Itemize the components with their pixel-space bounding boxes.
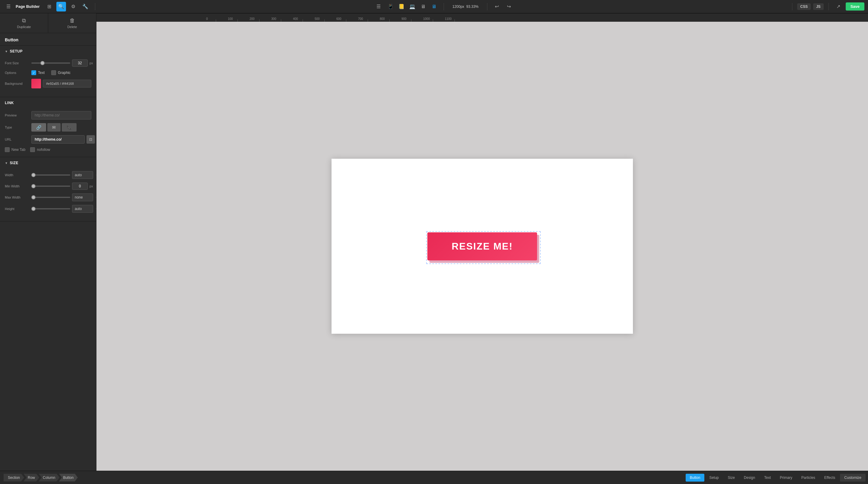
height-control: auto ⋯ <box>31 205 96 213</box>
font-size-slider[interactable] <box>31 62 70 64</box>
breadcrumb-area: SectionRowColumnButton <box>0 474 683 482</box>
nofollow-item[interactable]: nofollow <box>30 147 50 152</box>
min-width-input[interactable]: 0 <box>72 182 88 190</box>
settings-button[interactable]: ⚙ <box>68 2 78 11</box>
sidebar-toggle-button[interactable]: ☰ <box>4 2 13 11</box>
device-buttons: 📱 📒 💻 🖥 🖥 <box>386 2 439 11</box>
setup-header[interactable]: ▼ Setup <box>0 46 96 57</box>
redo-button[interactable]: ↪ <box>504 2 514 11</box>
ruler-mark: 400 <box>292 17 313 22</box>
resize-me-button[interactable]: RESIZE ME! <box>427 232 537 260</box>
graphic-option-label: Graphic <box>58 70 70 75</box>
breadcrumb-button[interactable]: Button <box>59 474 78 482</box>
tablet-button[interactable]: 📒 <box>397 2 406 11</box>
background-row: Background #e92a55 / #f44168 <box>5 79 91 88</box>
width-dropdown[interactable]: auto <box>72 171 93 179</box>
height-row: Height auto ⋯ <box>5 205 91 213</box>
graphic-option[interactable]: Graphic <box>51 70 70 75</box>
min-width-slider[interactable] <box>31 186 70 187</box>
ruler-mark: 700 <box>357 17 378 22</box>
type-phone-button[interactable]: 📞 <box>62 123 76 132</box>
font-size-input[interactable]: 32 <box>72 59 88 67</box>
font-size-control: 32 px <box>31 59 96 67</box>
separator-2 <box>444 3 444 10</box>
text-option-label: Text <box>38 70 44 75</box>
undo-button[interactable]: ↩ <box>492 2 502 11</box>
tab-particles[interactable]: Particles <box>797 474 819 482</box>
desktop-small-button[interactable]: 🖥 <box>418 2 428 11</box>
new-tab-checkbox[interactable] <box>5 147 10 152</box>
text-checkbox[interactable]: ✓ <box>31 70 36 75</box>
width-row: Width auto ⋯ <box>5 171 91 179</box>
search-button[interactable]: 🔍 <box>56 2 66 11</box>
max-width-dropdown[interactable]: none <box>72 193 93 201</box>
preview-input[interactable] <box>31 111 91 119</box>
graphic-checkbox[interactable] <box>51 70 56 75</box>
tab-design[interactable]: Design <box>740 474 759 482</box>
separator-1 <box>95 3 95 10</box>
max-width-slider[interactable] <box>31 197 70 198</box>
bottom-bar: SectionRowColumnButton ButtonSetupSizeDe… <box>0 471 868 484</box>
delete-button[interactable]: 🗑 Delete <box>48 13 96 33</box>
tab-text[interactable]: Text <box>760 474 775 482</box>
extensions-button[interactable]: 🔧 <box>81 2 90 11</box>
tab-size[interactable]: Size <box>724 474 739 482</box>
ruler-mark: 1000 <box>422 17 444 22</box>
hamburger-menu-button[interactable]: ☰ <box>374 2 383 11</box>
type-control: 🔗 ✉ 📞 <box>31 123 91 132</box>
new-tab-item[interactable]: New Tab <box>5 147 25 152</box>
tab-customize[interactable]: Customize <box>840 474 866 482</box>
duplicate-button[interactable]: ⧉ Duplicate <box>0 13 48 33</box>
tab-primary[interactable]: Primary <box>775 474 796 482</box>
link-header[interactable]: Link <box>0 97 96 109</box>
url-clear-button[interactable]: ⊡ <box>87 135 95 144</box>
canvas-area: 010020030040050060070080090010001100 RES… <box>96 13 868 471</box>
height-dropdown[interactable]: auto <box>72 205 93 213</box>
js-button[interactable]: JS <box>813 3 824 10</box>
size-header[interactable]: ▼ Size <box>0 157 96 169</box>
ruler-mark: 300 <box>270 17 292 22</box>
ruler-mark: 1100 <box>444 17 465 22</box>
breadcrumb-column[interactable]: Column <box>38 474 59 482</box>
font-size-row: Font Size 32 px <box>5 59 91 67</box>
min-width-control: 0 px <box>31 182 96 190</box>
mobile-s-button[interactable]: 📱 <box>386 2 396 11</box>
canvas-button-wrapper: RESIZE ME! <box>427 232 537 260</box>
breadcrumb-section[interactable]: Section <box>4 474 24 482</box>
width-label: Width <box>5 173 29 177</box>
breadcrumb-row[interactable]: Row <box>24 474 39 482</box>
background-swatch[interactable] <box>31 79 41 88</box>
ruler: 010020030040050060070080090010001100 <box>96 13 868 22</box>
nofollow-checkbox[interactable] <box>30 147 35 152</box>
top-bar: ☰ Page Builder ⊞ 🔍 ⚙ 🔧 ☰ 📱 📒 💻 🖥 🖥 1200p… <box>0 0 868 13</box>
ruler-mark: 100 <box>227 17 248 22</box>
font-size-label: Font Size <box>5 61 29 65</box>
height-slider[interactable] <box>31 208 70 209</box>
width-slider[interactable] <box>31 174 70 176</box>
panels-button[interactable]: ⊞ <box>44 2 54 11</box>
type-link-button[interactable]: 🔗 <box>31 123 46 132</box>
options-label: Options <box>5 71 29 75</box>
desktop-button[interactable]: 🖥 <box>429 2 439 11</box>
css-button[interactable]: CSS <box>797 3 811 10</box>
ruler-content: 010020030040050060070080090010001100 <box>193 13 868 22</box>
ruler-mark: 800 <box>378 17 400 22</box>
new-tab-label: New Tab <box>11 147 25 152</box>
background-control: #e92a55 / #f44168 <box>31 79 91 88</box>
url-input[interactable]: http://theme.co/ <box>31 135 85 144</box>
canvas-wrapper[interactable]: RESIZE ME! <box>96 22 868 471</box>
separator-5 <box>829 3 829 10</box>
main-layout: ⧉ Duplicate 🗑 Delete Button ▼ Setup Font… <box>0 13 868 471</box>
background-value[interactable]: #e92a55 / #f44168 <box>43 80 91 87</box>
tab-setup[interactable]: Setup <box>705 474 723 482</box>
laptop-button[interactable]: 💻 <box>407 2 417 11</box>
save-button[interactable]: Save <box>846 2 864 10</box>
preview-control <box>31 111 91 119</box>
trash-icon: 🗑 <box>70 18 75 24</box>
external-link-button[interactable]: ↗ <box>834 2 843 11</box>
setup-chevron: ▼ <box>5 50 8 53</box>
text-option[interactable]: ✓ Text <box>31 70 44 75</box>
tab-effects[interactable]: Effects <box>820 474 839 482</box>
tab-button[interactable]: Button <box>686 474 705 482</box>
type-email-button[interactable]: ✉ <box>47 123 61 132</box>
